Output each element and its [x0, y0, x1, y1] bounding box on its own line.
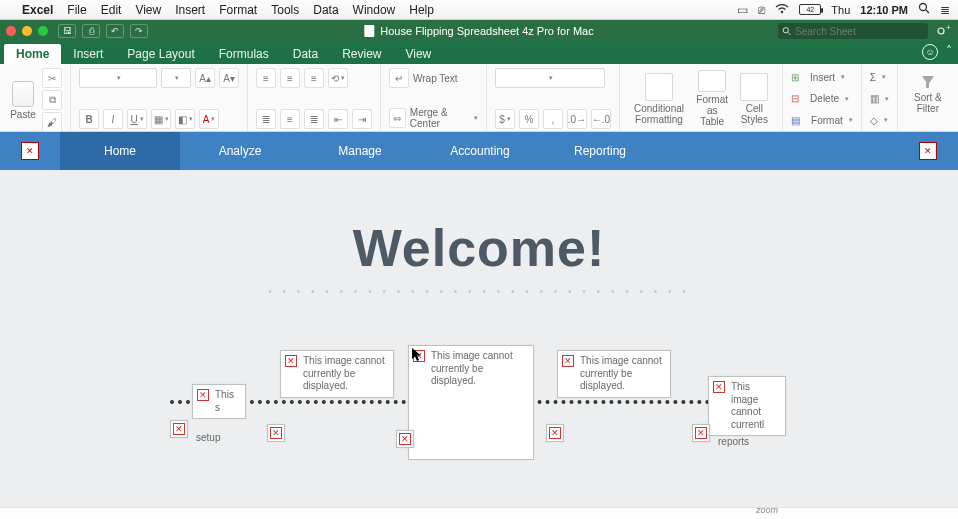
welcome-underline: • • • • • • • • • • • • • • • • • • • • … [268, 286, 690, 297]
menu-insert[interactable]: Insert [175, 3, 205, 17]
percent-format-icon[interactable]: % [519, 109, 539, 129]
svg-line-4 [788, 33, 790, 35]
qat-undo-icon[interactable]: ↶ [106, 24, 124, 38]
status-bar: zoom [0, 507, 958, 519]
currency-format-icon[interactable]: $▾ [495, 109, 515, 129]
wrap-text-icon[interactable]: ↵ [389, 68, 409, 88]
format-cells-button[interactable]: ▤ Format▾ [791, 111, 852, 129]
font-size-select[interactable]: ▾ [161, 68, 191, 88]
nav-tab-reporting[interactable]: Reporting [540, 132, 660, 170]
search-sheet[interactable] [778, 23, 928, 39]
spotlight-icon[interactable] [918, 2, 930, 17]
decrease-decimal-icon[interactable]: ←.0 [591, 109, 611, 129]
conditional-formatting-button[interactable]: Conditional Formatting [628, 68, 690, 129]
menu-file[interactable]: File [67, 3, 86, 17]
delete-cells-button[interactable]: ⊟ Delete▾ [791, 90, 852, 108]
ribbon-tab-view[interactable]: View [393, 44, 443, 64]
qat-save-icon[interactable]: 🖫 [58, 24, 76, 38]
increase-decimal-icon[interactable]: .0→ [567, 109, 587, 129]
zoom-label[interactable]: zoom [756, 505, 778, 515]
menu-view[interactable]: View [135, 3, 161, 17]
fill-button[interactable]: ▥▾ [870, 90, 889, 108]
clock-day[interactable]: Thu [831, 4, 850, 16]
menu-window[interactable]: Window [353, 3, 396, 17]
insert-cells-button[interactable]: ⊞ Insert▾ [791, 68, 852, 86]
copy-icon[interactable]: ⧉ [42, 90, 62, 110]
close-window-button[interactable] [6, 26, 16, 36]
worksheet-canvas[interactable]: Welcome! • • • • • • • • • • • • • • • •… [0, 170, 958, 507]
nav-tab-accounting[interactable]: Accounting [420, 132, 540, 170]
font-color-button[interactable]: A▾ [199, 109, 219, 129]
menu-tools[interactable]: Tools [271, 3, 299, 17]
window-titlebar: 🖫 ⎙ ↶ ↷ House Flipping Spreadsheet 4z Pr… [0, 20, 958, 42]
qat-redo-icon[interactable]: ↷ [130, 24, 148, 38]
nav-logo-left[interactable]: ✕ [0, 132, 60, 170]
paste-button[interactable]: Paste [8, 81, 38, 120]
menu-data[interactable]: Data [313, 3, 338, 17]
broken-image-text: This image cannot currently be displayed… [580, 355, 664, 393]
align-middle-icon[interactable]: ≡ [280, 68, 300, 88]
wrap-text-label[interactable]: Wrap Text [413, 73, 458, 84]
ribbon-tab-review[interactable]: Review [330, 44, 393, 64]
align-right-icon[interactable]: ≣ [304, 109, 324, 129]
underline-button[interactable]: U▾ [127, 109, 147, 129]
ribbon-tab-formulas[interactable]: Formulas [207, 44, 281, 64]
nav-logo-right[interactable]: ✕ [898, 132, 958, 170]
nav-tab-home[interactable]: Home [60, 132, 180, 170]
ribbon-tab-home[interactable]: Home [4, 44, 61, 64]
menu-help[interactable]: Help [409, 3, 434, 17]
borders-button[interactable]: ▦▾ [151, 109, 171, 129]
number-format-select[interactable]: ▾ [495, 68, 605, 88]
zoom-window-button[interactable] [38, 26, 48, 36]
ribbon-tab-page-layout[interactable]: Page Layout [115, 44, 206, 64]
increase-indent-icon[interactable]: ⇥ [352, 109, 372, 129]
fill-color-button[interactable]: ◧▾ [175, 109, 195, 129]
format-as-table-button[interactable]: Format as Table [690, 68, 734, 129]
cut-icon[interactable]: ✂ [42, 68, 62, 88]
nav-tab-analyze[interactable]: Analyze [180, 132, 300, 170]
align-top-icon[interactable]: ≡ [256, 68, 276, 88]
share-button[interactable]: + [934, 23, 952, 39]
clipboard-icon [12, 81, 34, 107]
decrease-indent-icon[interactable]: ⇤ [328, 109, 348, 129]
clock-time[interactable]: 12:10 PM [860, 4, 908, 16]
battery-percent: 42 [800, 5, 820, 14]
minimize-window-button[interactable] [22, 26, 32, 36]
feedback-smiley-icon[interactable]: ☺ [922, 44, 938, 60]
merge-center-label[interactable]: Merge & Center [410, 107, 468, 129]
caption-reports: reports [718, 436, 749, 447]
battery-icon[interactable]: 42 [799, 4, 821, 15]
sort-filter-button[interactable]: Sort & Filter [906, 68, 950, 116]
italic-button[interactable]: I [103, 109, 123, 129]
font-family-select[interactable]: ▾ [79, 68, 157, 88]
clear-button[interactable]: ◇▾ [870, 111, 889, 129]
merge-center-icon[interactable]: ⇔ [389, 108, 406, 128]
search-sheet-input[interactable] [795, 26, 924, 37]
decrease-font-icon[interactable]: A▾ [219, 68, 239, 88]
align-left-icon[interactable]: ≣ [256, 109, 276, 129]
autosum-button[interactable]: Σ▾ [870, 68, 889, 86]
ribbon-tab-insert[interactable]: Insert [61, 44, 115, 64]
increase-font-icon[interactable]: A▴ [195, 68, 215, 88]
qat-print-icon[interactable]: ⎙ [82, 24, 100, 38]
nav-tab-manage[interactable]: Manage [300, 132, 420, 170]
menu-format[interactable]: Format [219, 3, 257, 17]
ribbon-tab-data[interactable]: Data [281, 44, 330, 64]
orientation-icon[interactable]: ⟲▾ [328, 68, 348, 88]
paste-label: Paste [8, 109, 38, 120]
cell-styles-button[interactable]: Cell Styles [734, 68, 774, 129]
app-menu[interactable]: Excel [22, 3, 53, 17]
notification-center-icon[interactable]: ≣ [940, 3, 950, 17]
comma-format-icon[interactable]: , [543, 109, 563, 129]
bold-button[interactable]: B [79, 109, 99, 129]
align-center-icon[interactable]: ≡ [280, 109, 300, 129]
align-bottom-icon[interactable]: ≡ [304, 68, 324, 88]
caption-setup: setup [196, 432, 220, 443]
display-icon[interactable]: ⎚ [758, 3, 765, 17]
format-painter-icon[interactable]: 🖌 [42, 112, 62, 132]
airplay-icon[interactable]: ▭ [737, 3, 748, 17]
collapse-ribbon-icon[interactable]: ˄ [946, 44, 952, 60]
menu-edit[interactable]: Edit [101, 3, 122, 17]
wifi-icon[interactable] [775, 3, 789, 17]
ribbon-group-styles: Conditional Formatting Format as Table C… [620, 64, 783, 131]
